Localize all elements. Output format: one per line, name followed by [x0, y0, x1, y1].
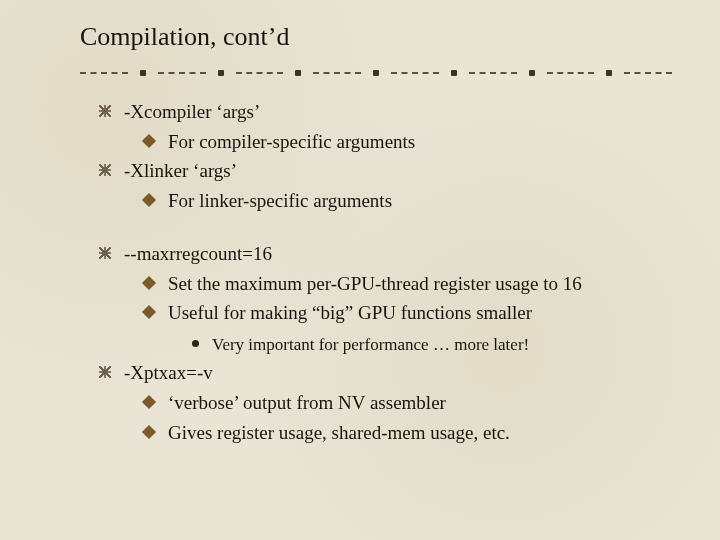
list-item: For linker-specific arguments	[80, 187, 672, 215]
slide-content: -Xcompiler ‘args’ For compiler-specific …	[80, 98, 672, 446]
list-item: Set the maximum per-GPU-thread register …	[80, 270, 672, 298]
list-item: Useful for making “big” GPU functions sm…	[80, 299, 672, 327]
list-item: -Xcompiler ‘args’	[80, 98, 672, 126]
slide: Compilation, cont’d -Xcompiler ‘args’ Fo…	[0, 0, 720, 540]
bullet-group: --maxrregcount=16 Set the maximum per-GP…	[80, 240, 672, 446]
list-item: For compiler-specific arguments	[80, 128, 672, 156]
list-item: -Xlinker ‘args’	[80, 157, 672, 185]
list-item: Very important for performance … more la…	[80, 333, 672, 358]
list-item: --maxrregcount=16	[80, 240, 672, 268]
list-item: -Xptxax=-v	[80, 359, 672, 387]
page-title: Compilation, cont’d	[80, 22, 672, 52]
title-divider	[80, 66, 672, 80]
list-item: Gives register usage, shared-mem usage, …	[80, 419, 672, 447]
bullet-group: -Xcompiler ‘args’ For compiler-specific …	[80, 98, 672, 214]
list-item: ‘verbose’ output from NV assembler	[80, 389, 672, 417]
